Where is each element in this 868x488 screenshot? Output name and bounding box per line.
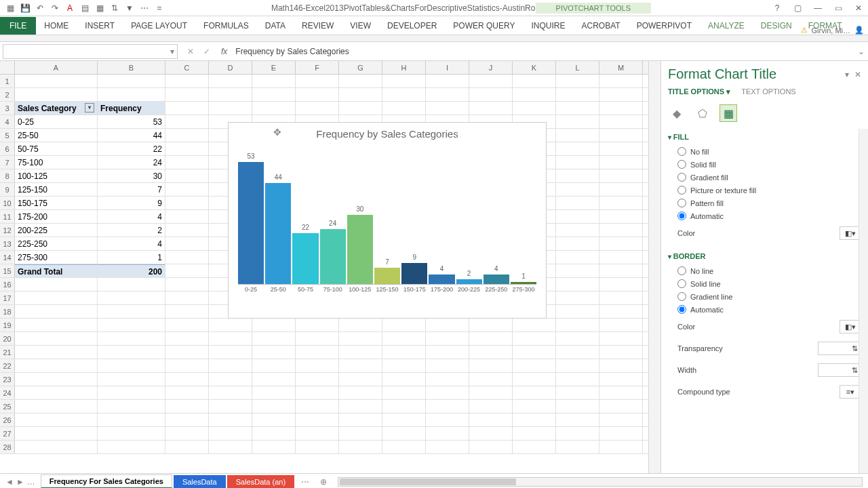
col-header[interactable]: B [98,61,165,74]
fill-line-icon[interactable]: ◆ [668,104,686,122]
save-icon[interactable]: 💾 [19,2,31,14]
close-icon[interactable]: ✕ [852,3,865,13]
sheet-tab-active[interactable]: Frequency For Sales Categories [41,474,172,488]
col-header[interactable]: L [556,61,599,74]
pane-options-icon[interactable]: ▾ [845,70,849,79]
tab-formulas[interactable]: FORMULAS [195,17,257,35]
redo-icon[interactable]: ↷ [49,2,61,14]
undo-icon[interactable]: ↶ [34,2,46,14]
user-avatar-icon[interactable]: 👤 [854,26,864,35]
col-header[interactable]: M [599,61,643,74]
tab-design[interactable]: DESIGN [753,17,800,35]
enter-formula-icon[interactable]: ✓ [201,47,213,56]
fill-no-fill[interactable]: No fill [668,145,861,158]
pane-scrollbar[interactable] [859,129,868,473]
col-header[interactable]: G [339,61,382,74]
title-options-tab[interactable]: TITLE OPTIONS ▾ [668,87,730,96]
border-transparency-label: Transparency [677,344,723,352]
fill-automatic[interactable]: Automatic [668,209,861,222]
border-automatic[interactable]: Automatic [668,303,861,316]
title-bar: ▦ 💾 ↶ ↷ A ▤ ▦ ⇅ ▼ ⋯ = Math146-Excel2013P… [0,0,868,16]
tab-view[interactable]: VIEW [342,17,379,35]
formula-expand-icon[interactable]: ⌄ [854,47,868,56]
user-name[interactable]: Girvin, Mi… [812,26,850,35]
sheet-tab-salesdata[interactable]: SalesData [174,475,226,488]
col-header[interactable]: A [15,61,98,74]
col-header[interactable]: K [513,61,556,74]
quick-access-toolbar: ▦ 💾 ↶ ↷ A ▤ ▦ ⇅ ▼ ⋯ = [0,2,170,14]
format-pane-title: Format Chart Title [668,66,776,82]
worksheet-grid[interactable]: A B C D E F G H I J K L M 123Sales Categ… [0,61,648,473]
formula-input[interactable]: Frequency by Sales Categories [231,47,854,56]
ribbon-options-icon[interactable]: ▢ [791,3,804,13]
tab-power-query[interactable]: POWER QUERY [445,17,523,35]
pivotchart-tools-label: PIVOTCHART TOOLS [536,3,651,14]
maximize-icon[interactable]: ▭ [831,3,845,13]
tab-file[interactable]: FILE [0,17,36,35]
border-solid[interactable]: Solid line [668,277,861,290]
fx-icon[interactable]: fx [217,47,231,56]
size-properties-icon[interactable]: ▦ [719,104,737,122]
border-transparency-input[interactable]: ⇅ [818,342,861,355]
tab-review[interactable]: REVIEW [294,17,342,35]
col-header[interactable]: C [165,61,209,74]
tab-powerpivot[interactable]: POWERPIVOT [629,17,700,35]
sheet-add-icon[interactable]: ⊕ [315,477,332,487]
pane-close-icon[interactable]: ✕ [854,70,861,79]
fill-gradient[interactable]: Gradient fill [668,171,861,184]
border-compound-label: Compound type [677,388,730,396]
sheet-tab-salesdata-an[interactable]: SalesData (an) [227,475,294,488]
border-section-header[interactable]: BORDER [668,248,861,264]
col-header[interactable]: E [252,61,296,74]
tab-home[interactable]: HOME [36,17,77,35]
border-no-line[interactable]: No line [668,264,861,277]
tab-insert[interactable]: INSERT [77,17,123,35]
select-all-corner[interactable] [0,61,15,74]
warning-icon[interactable]: ⚠ [801,26,808,35]
col-header[interactable]: H [382,61,426,74]
chart-plot-area[interactable]: 5344222430794241 [238,142,536,285]
col-header[interactable]: F [296,61,339,74]
col-header[interactable]: D [209,61,252,74]
borders-icon[interactable]: ▦ [94,2,106,14]
sheet-more-icon[interactable]: ⋯ [296,477,315,487]
fill-picture[interactable]: Picture or texture fill [668,184,861,197]
col-header[interactable]: J [469,61,513,74]
tab-data[interactable]: DATA [257,17,294,35]
sheet-tab-bar: ◄ ► … Frequency For Sales Categories Sal… [0,473,868,488]
fill-section-header[interactable]: FILL [668,129,861,145]
ribbon-collapsed [0,35,868,42]
more-icon[interactable]: ⋯ [138,2,151,14]
effects-icon[interactable]: ⬠ [694,104,711,122]
fill-color-icon[interactable]: ▤ [79,2,91,14]
tab-developer[interactable]: DEVELOPER [379,17,445,35]
vertical-scrollbar[interactable] [648,61,660,473]
tab-page-layout[interactable]: PAGE LAYOUT [123,17,195,35]
minimize-icon[interactable]: — [811,3,825,13]
name-box[interactable]: ▾ [3,44,178,59]
tab-acrobat[interactable]: ACROBAT [574,17,629,35]
cancel-formula-icon[interactable]: ✕ [184,47,197,56]
fill-pattern[interactable]: Pattern fill [668,197,861,209]
help-icon[interactable]: ? [770,3,784,13]
tab-analyze[interactable]: ANALYZE [700,17,753,35]
chart-move-handle-icon[interactable]: ✥ [273,127,281,138]
sheet-nav-next-icon[interactable]: ► [16,477,24,487]
sheet-nav-more-icon[interactable]: … [27,477,35,487]
text-options-tab[interactable]: TEXT OPTIONS [741,87,795,96]
window-controls: ? ▢ — ▭ ✕ [770,3,865,13]
format-pane: Format Chart Title ▾ ✕ TITLE OPTIONS ▾ T… [660,61,868,473]
horizontal-scrollbar[interactable] [338,477,863,487]
tab-inquire[interactable]: INQUIRE [523,17,573,35]
pivot-chart[interactable]: ✥ Frequency by Sales Categories 53442224… [228,122,547,319]
equals-icon: = [153,2,165,14]
filter-icon[interactable]: ▼ [123,2,136,14]
border-gradient[interactable]: Gradient line [668,290,861,303]
border-color-label: Color [677,323,695,331]
border-width-input[interactable]: ⇅ [818,363,861,377]
font-color-icon[interactable]: A [64,2,76,14]
col-header[interactable]: I [426,61,469,74]
sort-icon[interactable]: ⇅ [108,2,121,14]
fill-solid[interactable]: Solid fill [668,158,861,171]
sheet-nav-prev-icon[interactable]: ◄ [5,477,14,487]
